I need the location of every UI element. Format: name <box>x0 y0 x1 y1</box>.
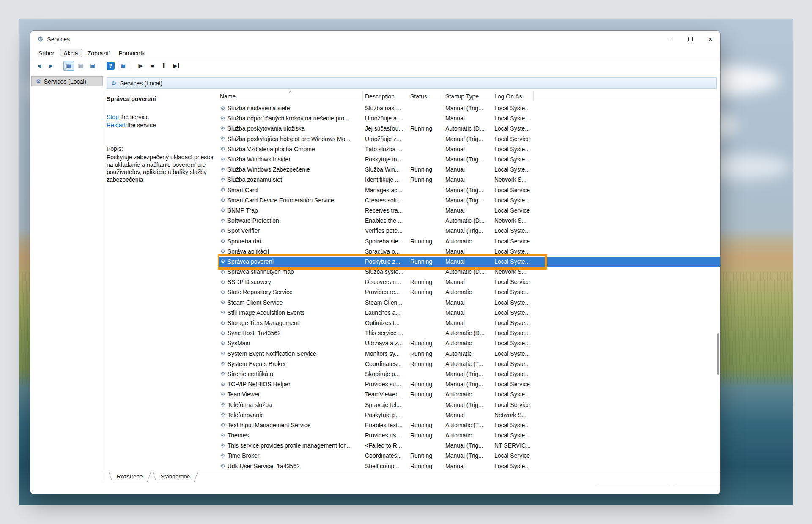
column-header-name[interactable]: ^ Name <box>218 91 363 101</box>
vertical-scrollbar-thumb[interactable] <box>717 333 719 375</box>
column-header-startup-type[interactable]: Startup Type <box>443 91 492 101</box>
SNMP Trap[interactable]: ⚙SNMP Trap Receives tra... Manual Local … <box>218 205 720 216</box>
This service provides profile management for...[interactable]: ⚙This service provides profile managemen… <box>218 440 720 450</box>
close-button[interactable]: × <box>700 31 720 47</box>
show-console-tree-icon[interactable]: ▦ <box>63 61 74 71</box>
service-description: Poskytuje zabezpečený ukladací priestor … <box>107 154 214 183</box>
Software Protection[interactable]: ⚙Software Protection Enables the ... Aut… <box>218 216 720 226</box>
stop-service-icon[interactable]: ■ <box>147 61 158 71</box>
Správca poverení[interactable]: ⚙Správca poverení Poskytuje z... Running… <box>218 257 720 267</box>
forward-icon[interactable]: ► <box>46 61 56 71</box>
toolbar-separator <box>101 62 102 69</box>
service-gear-icon: ⚙ <box>220 136 225 142</box>
Služba poskytujúca hotspot pre Windows Mo...[interactable]: ⚙Služba poskytujúca hotspot pre Windows … <box>218 134 720 144</box>
toolbar-separator <box>132 62 132 69</box>
Služba poskytovania úložiska[interactable]: ⚙Služba poskytovania úložiska Jej súčasť… <box>218 123 720 134</box>
window-icon[interactable]: ▦ <box>75 61 86 71</box>
Still Image Acquisition Events[interactable]: ⚙Still Image Acquisition Events Launches… <box>218 308 720 318</box>
Time Broker[interactable]: ⚙Time Broker Coordinates... Running Manu… <box>218 450 720 461</box>
list-column-headers: ^ Name Description Status Startup Type L… <box>218 91 720 101</box>
Šírenie certifikátu[interactable]: ⚙Šírenie certifikátu Skopíruje p... Manu… <box>218 369 720 379</box>
service-gear-icon: ⚙ <box>220 146 225 152</box>
Služba Windows Insider[interactable]: ⚙Služba Windows Insider Poskytuje in... … <box>218 154 720 164</box>
description-label: Popis: <box>107 145 218 152</box>
pane-header: ⚙ Services (Local) <box>107 77 717 89</box>
service-gear-icon: ⚙ <box>220 218 225 224</box>
title-bar[interactable]: ⚙ Services × <box>30 31 720 47</box>
service-gear-icon: ⚙ <box>220 126 225 131</box>
service-gear-icon: ⚙ <box>220 392 225 397</box>
service-gear-icon: ⚙ <box>220 187 225 193</box>
tree-item-services-local[interactable]: ⚙ Services (Local) <box>31 76 103 86</box>
tab-rozsirene[interactable]: Rozšírené <box>112 472 148 482</box>
stop-service-link[interactable]: Stop <box>107 114 119 120</box>
console-tree-pane: ⚙ Services (Local) <box>30 72 104 482</box>
Správa aplikácií[interactable]: ⚙Správa aplikácií Spracúva p... Manual L… <box>218 246 720 257</box>
System Events Broker[interactable]: ⚙System Events Broker Coordinates... Run… <box>218 359 720 369</box>
restart-service-link[interactable]: Restart <box>107 122 126 128</box>
Text Input Management Service[interactable]: ⚙Text Input Management Service Enables t… <box>218 420 720 430</box>
service-gear-icon: ⚙ <box>220 330 225 336</box>
stop-link-suffix: the service <box>119 114 149 120</box>
export-list-icon[interactable]: ▤ <box>87 61 98 71</box>
service-gear-icon: ⚙ <box>220 320 225 326</box>
menu-subor[interactable]: Súbor <box>35 49 58 57</box>
service-gear-icon: ⚙ <box>220 177 225 183</box>
tab-standardne[interactable]: Štandardné <box>156 472 195 482</box>
Smart Card Device Enumeration Service[interactable]: ⚙Smart Card Device Enumeration Service C… <box>218 195 720 205</box>
SSDP Discovery[interactable]: ⚙SSDP Discovery Discovers n... Running M… <box>218 277 720 287</box>
minimize-button[interactable] <box>661 31 680 47</box>
menu-bar: SúborAkciaZobraziťPomocník <box>30 47 720 59</box>
Steam Client Service[interactable]: ⚙Steam Client Service Steam Clien... Man… <box>218 297 720 308</box>
service-gear-icon: ⚙ <box>220 197 225 203</box>
Spot Verifier[interactable]: ⚙Spot Verifier Verifies pote... Manual (… <box>218 226 720 236</box>
services-list: ^ Name Description Status Startup Type L… <box>218 91 720 472</box>
window-title: Services <box>47 36 70 43</box>
pause-service-icon[interactable]: ‖ <box>159 61 170 71</box>
Telefonovanie[interactable]: ⚙Telefonovanie Poskytuje p... Manual Net… <box>218 410 720 420</box>
Smart Card[interactable]: ⚙Smart Card Manages ac... Manual (Trig..… <box>218 185 720 195</box>
menu-pomocnik[interactable]: Pomocník <box>115 49 149 57</box>
service-gear-icon: ⚙ <box>220 207 225 213</box>
maximize-icon <box>688 37 693 41</box>
service-gear-icon: ⚙ <box>220 443 225 448</box>
service-gear-icon: ⚙ <box>220 422 225 428</box>
Telefónna služba[interactable]: ⚙Telefónna služba Spravuje tel... Manual… <box>218 399 720 409</box>
Storage Tiers Management[interactable]: ⚙Storage Tiers Management Optimizes t...… <box>218 318 720 328</box>
Služba nastavenia siete[interactable]: ⚙Služba nastavenia siete Služba nast... … <box>218 103 720 113</box>
service-gear-icon: ⚙ <box>220 463 225 469</box>
TCP/IP NetBIOS Helper[interactable]: ⚙TCP/IP NetBIOS Helper Provides su... Ru… <box>218 379 720 389</box>
services-node-icon: ⚙ <box>36 79 41 84</box>
Služba zoznamu sietí[interactable]: ⚙Služba zoznamu sietí Identifikuje ... R… <box>218 175 720 185</box>
Služba odporúčaných krokov na riešenie pro...[interactable]: ⚙Služba odporúčaných krokov na riešenie … <box>218 113 720 123</box>
Služba Vzdialená plocha Chrome[interactable]: ⚙Služba Vzdialená plocha Chrome Táto slu… <box>218 144 720 154</box>
System Event Notification Service[interactable]: ⚙System Event Notification Service Monit… <box>218 349 720 359</box>
SysMain[interactable]: ⚙SysMain Udržiava a z... Running Automat… <box>218 338 720 348</box>
column-header-status[interactable]: Status <box>408 91 443 101</box>
back-icon[interactable]: ◄ <box>34 61 44 71</box>
maximize-button[interactable] <box>680 31 700 47</box>
Sync Host_1a43562[interactable]: ⚙Sync Host_1a43562 This service ... Auto… <box>218 328 720 338</box>
menu-zobrazit[interactable]: Zobraziť <box>84 49 113 57</box>
help-icon[interactable]: ? <box>107 62 115 70</box>
column-header-log-on-as[interactable]: Log On As <box>492 91 534 101</box>
minimize-icon <box>668 39 673 40</box>
TeamViewer[interactable]: ⚙TeamViewer TeamViewer... Running Automa… <box>218 389 720 399</box>
toolbar: ◄►▦▦▤?▦▶■‖▶ <box>30 59 720 72</box>
table-rows: ⚙Služba nastavenia siete Služba nast... … <box>218 103 720 471</box>
services-window: ⚙ Services × SúborAkciaZobraziťPomocník … <box>30 31 720 494</box>
properties-icon[interactable]: ▦ <box>118 61 128 71</box>
Udk User Service_1a43562[interactable]: ⚙Udk User Service_1a43562 Shell comp... … <box>218 461 720 471</box>
State Repository Service[interactable]: ⚙State Repository Service Provides re...… <box>218 287 720 297</box>
restart-service-icon[interactable]: ▶ <box>171 61 181 71</box>
Služba Windows Zabezpečenie[interactable]: ⚙Služba Windows Zabezpečenie Služba Win.… <box>218 164 720 175</box>
menu-akcia[interactable]: Akcia <box>60 49 82 57</box>
Spotreba dát[interactable]: ⚙Spotreba dát Spotreba sie... Running Au… <box>218 236 720 246</box>
service-gear-icon: ⚙ <box>220 453 225 458</box>
extended-detail-panel: Správca poverení Stop the service Restar… <box>104 91 218 472</box>
Správca stiahnutých máp[interactable]: ⚙Správca stiahnutých máp Služba systé...… <box>218 267 720 277</box>
column-header-description[interactable]: Description <box>363 91 408 101</box>
Themes[interactable]: ⚙Themes Provides us... Running Automatic… <box>218 430 720 440</box>
start-service-icon[interactable]: ▶ <box>135 61 146 71</box>
services-header-icon: ⚙ <box>111 80 116 86</box>
